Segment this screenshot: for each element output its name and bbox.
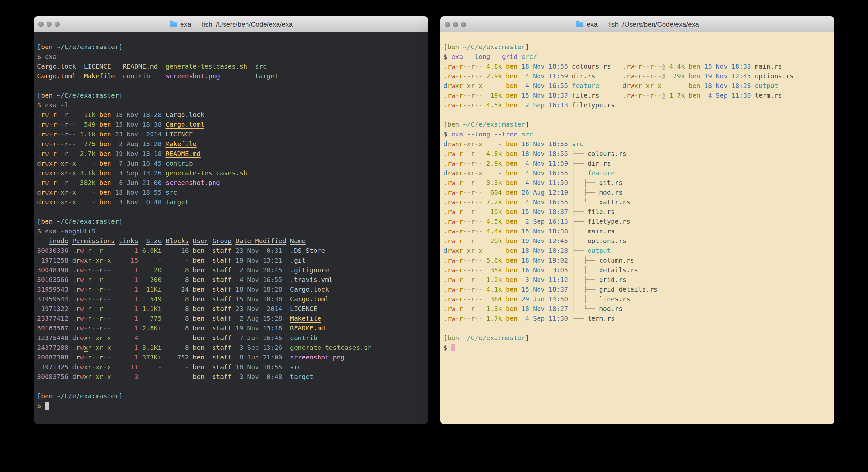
permission-char: r <box>99 276 103 284</box>
text-segment: staff <box>212 266 231 274</box>
text-segment <box>231 334 236 342</box>
permission-char: . <box>37 140 41 148</box>
text-segment <box>502 82 506 90</box>
text-segment <box>568 276 572 284</box>
text-segment <box>205 295 212 303</box>
permission-char: x <box>467 247 471 255</box>
permission-char: x <box>60 188 64 196</box>
text-segment <box>282 334 290 342</box>
permission-char: x <box>107 373 111 381</box>
text-segment <box>502 276 506 284</box>
permission-char: - <box>68 169 72 177</box>
text-segment <box>665 62 669 70</box>
permission-char: - <box>72 150 76 157</box>
permission-char: - <box>57 169 60 177</box>
text-segment: ] <box>525 43 529 51</box>
text-segment <box>482 101 486 109</box>
text-segment: Cargo.lock <box>165 111 204 119</box>
permission-char: w <box>45 130 49 138</box>
text-segment: 4 Sep 11:30 <box>521 315 568 322</box>
text-segment <box>518 169 521 177</box>
text-segment <box>68 286 72 293</box>
text-segment: ] <box>525 121 529 128</box>
text-segment: ~/C/e/exa <box>57 217 91 225</box>
permission-char: r <box>76 324 80 332</box>
text-segment <box>463 53 467 60</box>
permission-char: - <box>92 247 96 255</box>
text-segment <box>76 188 80 196</box>
terminal-window-dark: exa — fish /Users/ben/Code/exa/exa [ben … <box>34 17 428 424</box>
permission-char: r <box>88 305 92 313</box>
text-segment <box>502 247 506 255</box>
text-segment <box>502 179 506 186</box>
permission-char: - <box>92 315 96 322</box>
text-segment: : <box>498 334 502 342</box>
minimize-button[interactable] <box>46 22 52 27</box>
permission-char: r <box>76 295 80 303</box>
permission-char: w <box>451 217 455 225</box>
terminal-line: 31959544 .rw-r--r-- 1 549 8 ben staff 15… <box>37 294 428 304</box>
text-segment <box>282 247 290 255</box>
terminal-line: .rw-r--r-- 2.7k ben 19 Nov 13:18 README.… <box>37 149 428 158</box>
text-segment: 1.1Ki <box>142 305 161 313</box>
text-segment <box>247 62 255 70</box>
text-segment: 1 <box>119 344 138 351</box>
text-segment <box>189 373 193 381</box>
terminal-content[interactable]: [ben ~/C/e/exa:master]$ exa --long --gri… <box>440 32 834 424</box>
permission-char: r <box>626 82 630 90</box>
permission-char: - <box>57 140 60 148</box>
permission-char: r <box>471 91 474 99</box>
text-segment: 19k <box>487 91 502 99</box>
close-button[interactable] <box>445 22 450 27</box>
text-segment: 26 Aug 12:19 <box>521 188 568 196</box>
text-segment: --long --tree <box>467 130 518 138</box>
text-segment <box>138 305 142 313</box>
text-segment: - <box>487 140 502 148</box>
permission-char: . <box>443 266 447 274</box>
permission-char: - <box>92 353 96 361</box>
text-segment <box>53 43 57 51</box>
text-segment <box>518 286 521 293</box>
text-segment: $ <box>37 227 45 235</box>
text-segment <box>138 286 142 293</box>
text-segment: 4.5k <box>487 217 502 225</box>
text-segment <box>138 315 142 322</box>
permissions-field: .rw-r--r-- <box>443 237 482 245</box>
permission-char: - <box>96 315 99 322</box>
permissions-field: .rw-r--r-- <box>443 276 482 284</box>
text-segment <box>53 91 57 99</box>
text-segment: $ <box>443 130 451 138</box>
permission-char: - <box>92 324 96 332</box>
minimize-button[interactable] <box>453 22 458 27</box>
text-segment <box>111 169 115 177</box>
title-bar[interactable]: exa — fish /Users/ben/Code/exa/exa <box>440 17 834 32</box>
close-button[interactable] <box>38 22 43 27</box>
text-segment: Makefile <box>84 72 115 80</box>
permission-char: - <box>474 72 478 80</box>
permission-char: r <box>459 315 463 322</box>
text-segment <box>205 353 212 361</box>
text-segment: ben <box>506 82 518 90</box>
text-segment: staff <box>212 324 231 332</box>
permission-char: - <box>642 82 646 90</box>
permission-char: x <box>49 188 53 196</box>
title-bar[interactable]: exa — fish /Users/ben/Code/exa/exa <box>34 17 428 32</box>
text-segment <box>518 266 521 274</box>
text-segment: [ <box>443 43 447 51</box>
permission-char: . <box>443 276 447 284</box>
text-segment: staff <box>212 353 231 361</box>
permissions-field: .rw-r--r-- <box>443 295 482 303</box>
zoom-button[interactable] <box>461 22 466 27</box>
text-segment: ben <box>447 43 459 51</box>
permission-char: . <box>443 188 447 196</box>
text-segment: 31959543 <box>37 286 68 293</box>
text-segment: 18 Nov 18:27 <box>521 305 568 313</box>
permission-char: r <box>459 91 463 99</box>
text-segment: - <box>165 334 189 342</box>
permission-char: x <box>60 159 64 167</box>
text-segment: ├── <box>572 247 587 255</box>
permission-char: r <box>53 121 57 128</box>
terminal-content[interactable]: [ben ~/C/e/exa:master]$ exaCargo.lock LI… <box>34 32 428 424</box>
zoom-button[interactable] <box>55 22 60 27</box>
permission-char: - <box>463 101 467 109</box>
